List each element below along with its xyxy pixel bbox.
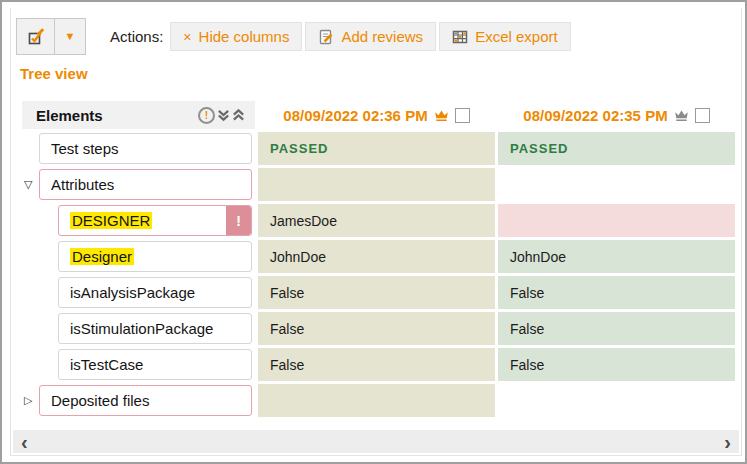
review-button[interactable] [16, 18, 55, 55]
revision-column-header-2: 08/09/2022 02:35 PM [498, 101, 735, 129]
element-box[interactable]: isStimulationPackage [58, 313, 252, 344]
table-row: ▽Attributes [22, 168, 735, 204]
revision-cell: False [498, 312, 735, 345]
element-box[interactable]: Attributes [39, 169, 252, 200]
revision-cell [498, 384, 735, 417]
revision-cell: False [258, 348, 495, 381]
table-body: Test stepsPASSEDPASSED▽AttributesDESIGNE… [22, 132, 735, 420]
table-row: isTestCaseFalseFalse [22, 348, 735, 384]
element-label: Deposited files [51, 392, 149, 409]
element-label: DESIGNER [70, 212, 152, 229]
revision-checkbox[interactable] [455, 108, 470, 123]
element-tree-cell: ▷Deposited files [22, 384, 255, 417]
checkbox-pencil-icon [27, 28, 45, 46]
revision-cell: JohnDoe [498, 240, 735, 273]
element-tree-cell: DESIGNER! [22, 204, 255, 237]
revision-cell [258, 168, 495, 201]
element-tree-cell: isTestCase [22, 348, 255, 381]
revision-cell: False [258, 312, 495, 345]
revision-cell: False [258, 276, 495, 309]
revision-cell: False [498, 348, 735, 381]
element-label: isTestCase [70, 356, 143, 373]
element-label: Designer [70, 248, 134, 265]
collapse-toggle-icon[interactable]: ▽ [24, 178, 39, 191]
elements-column-header: Elements ! [22, 101, 255, 129]
element-box[interactable]: Designer [58, 241, 252, 272]
element-label: Attributes [51, 176, 114, 193]
revision-cell: JamesDoe [258, 204, 495, 237]
review-dropdown-button[interactable]: ▼ [55, 18, 86, 55]
expand-all-icon[interactable] [232, 109, 245, 122]
hide-columns-button[interactable]: × Hide columns [170, 22, 302, 51]
element-label: isStimulationPackage [70, 320, 213, 337]
caret-down-icon: ▼ [65, 31, 76, 42]
element-tree-cell: Designer [22, 240, 255, 273]
add-reviews-button[interactable]: Add reviews [305, 22, 436, 51]
element-tree-cell: ▽Attributes [22, 168, 255, 201]
element-label: Test steps [51, 140, 119, 157]
elements-header-label: Elements [36, 107, 103, 124]
table-row: isStimulationPackageFalseFalse [22, 312, 735, 348]
crown-icon [674, 109, 689, 122]
review-widget: ▼ Actions: × Hide columns Add reviews [0, 0, 747, 464]
table-row: DESIGNER!JamesDoe [22, 204, 735, 240]
revision-cell: PASSED [258, 132, 495, 165]
actions-label: Actions: [110, 28, 163, 45]
add-reviews-label: Add reviews [341, 28, 423, 45]
element-box[interactable]: Test steps [39, 133, 252, 164]
horizontal-scrollbar[interactable]: ‹ › [13, 430, 739, 453]
header-icons: ! [198, 107, 245, 124]
close-icon: × [183, 30, 191, 44]
revision-cell [498, 168, 735, 201]
note-pencil-icon [318, 29, 334, 45]
table-row: ▷Deposited files [22, 384, 735, 420]
hide-columns-label: Hide columns [199, 28, 290, 45]
table-row: Test stepsPASSEDPASSED [22, 132, 735, 168]
collapse-all-icon[interactable] [217, 109, 230, 122]
revision-cell: PASSED [498, 132, 735, 165]
revision-cell [258, 384, 495, 417]
comparison-table: Elements ! 08/09/2022 02:36 PM [22, 101, 735, 420]
excel-export-button[interactable]: Excel export [439, 22, 571, 51]
warning-badge: ! [226, 206, 251, 235]
scroll-right-icon[interactable]: › [724, 432, 731, 452]
toolbar: ▼ Actions: × Hide columns Add reviews [16, 18, 574, 55]
table-header: Elements ! 08/09/2022 02:36 PM [22, 101, 735, 129]
revision-title: 08/09/2022 02:35 PM [523, 107, 667, 124]
excel-export-label: Excel export [475, 28, 558, 45]
revision-cell: False [498, 276, 735, 309]
revision-title: 08/09/2022 02:36 PM [283, 107, 427, 124]
table-row: DesignerJohnDoeJohnDoe [22, 240, 735, 276]
element-label: isAnalysisPackage [70, 284, 195, 301]
revision-cell: JohnDoe [258, 240, 495, 273]
tree-view-link[interactable]: Tree view [20, 65, 88, 82]
element-box[interactable]: isTestCase [58, 349, 252, 380]
element-box[interactable]: isAnalysisPackage [58, 277, 252, 308]
element-tree-cell: isStimulationPackage [22, 312, 255, 345]
element-box[interactable]: DESIGNER! [58, 205, 252, 236]
expand-toggle-icon[interactable]: ▷ [24, 394, 39, 407]
revision-cell [498, 204, 735, 237]
table-row: isAnalysisPackageFalseFalse [22, 276, 735, 312]
spreadsheet-icon [452, 29, 468, 45]
scroll-left-icon[interactable]: ‹ [21, 432, 28, 452]
element-tree-cell: isAnalysisPackage [22, 276, 255, 309]
revision-checkbox[interactable] [695, 108, 710, 123]
element-box[interactable]: Deposited files [39, 385, 252, 416]
revision-column-header-1: 08/09/2022 02:36 PM [258, 101, 495, 129]
crown-icon [434, 109, 449, 122]
element-tree-cell: Test steps [22, 132, 255, 165]
exclamation-circle-icon[interactable]: ! [198, 107, 215, 124]
